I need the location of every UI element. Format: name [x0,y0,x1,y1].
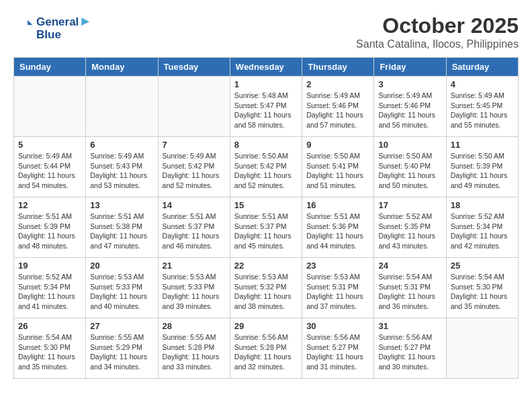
day-info: Sunrise: 5:50 AM Sunset: 5:40 PM Dayligh… [378,151,441,191]
day-cell: 27Sunrise: 5:55 AM Sunset: 5:29 PM Dayli… [86,318,158,379]
day-number: 11 [451,140,514,150]
day-number: 12 [18,200,81,210]
svg-rect-0 [13,17,34,38]
day-info: Sunrise: 5:55 AM Sunset: 5:28 PM Dayligh… [163,332,226,372]
day-number: 10 [378,140,441,150]
day-cell: 3Sunrise: 5:49 AM Sunset: 5:46 PM Daylig… [374,77,446,137]
header-day-thursday: Thursday [302,58,374,77]
day-number: 3 [378,79,441,89]
header-day-friday: Friday [374,58,446,77]
logo-icon [13,17,34,38]
day-cell: 5Sunrise: 5:49 AM Sunset: 5:44 PM Daylig… [14,137,86,197]
day-info: Sunrise: 5:52 AM Sunset: 5:35 PM Dayligh… [378,212,441,251]
day-number: 30 [306,321,369,331]
location-title: Santa Catalina, Ilocos, Philippines [356,38,519,50]
day-cell: 16Sunrise: 5:51 AM Sunset: 5:36 PM Dayli… [302,197,374,258]
day-cell: 20Sunrise: 5:53 AM Sunset: 5:33 PM Dayli… [86,258,158,318]
day-info: Sunrise: 5:53 AM Sunset: 5:33 PM Dayligh… [90,272,153,312]
day-number: 22 [234,261,298,271]
day-info: Sunrise: 5:51 AM Sunset: 5:38 PM Dayligh… [90,212,153,251]
week-row-3: 19Sunrise: 5:52 AM Sunset: 5:34 PM Dayli… [14,258,519,318]
day-cell: 6Sunrise: 5:49 AM Sunset: 5:43 PM Daylig… [86,137,158,197]
logo-general: General [36,15,79,28]
day-cell [86,77,158,137]
day-cell: 28Sunrise: 5:55 AM Sunset: 5:28 PM Dayli… [158,318,230,379]
svg-marker-1 [28,19,33,25]
day-cell: 31Sunrise: 5:56 AM Sunset: 5:27 PM Dayli… [374,318,446,379]
day-cell: 11Sunrise: 5:50 AM Sunset: 5:39 PM Dayli… [446,137,518,197]
day-cell [158,77,230,137]
day-info: Sunrise: 5:54 AM Sunset: 5:30 PM Dayligh… [18,332,81,372]
header: General► Blue October 2025 Santa Catalin… [13,13,519,50]
day-number: 1 [234,79,298,89]
day-cell: 18Sunrise: 5:52 AM Sunset: 5:34 PM Dayli… [446,197,518,258]
day-cell [446,318,518,379]
day-info: Sunrise: 5:55 AM Sunset: 5:29 PM Dayligh… [90,332,153,372]
day-info: Sunrise: 5:49 AM Sunset: 5:46 PM Dayligh… [306,91,369,130]
day-cell: 17Sunrise: 5:52 AM Sunset: 5:35 PM Dayli… [374,197,446,258]
day-number: 8 [234,140,298,150]
day-number: 7 [163,140,226,150]
day-cell: 15Sunrise: 5:51 AM Sunset: 5:37 PM Dayli… [230,197,302,258]
week-row-0: 1Sunrise: 5:48 AM Sunset: 5:47 PM Daylig… [14,77,519,137]
day-cell: 29Sunrise: 5:56 AM Sunset: 5:28 PM Dayli… [230,318,302,379]
day-number: 27 [90,321,153,331]
day-info: Sunrise: 5:50 AM Sunset: 5:42 PM Dayligh… [234,151,298,191]
day-number: 13 [90,200,153,210]
day-number: 24 [378,261,441,271]
day-number: 23 [306,261,369,271]
day-info: Sunrise: 5:49 AM Sunset: 5:42 PM Dayligh… [163,151,226,191]
header-day-saturday: Saturday [446,58,518,77]
day-number: 21 [163,261,226,271]
day-cell: 7Sunrise: 5:49 AM Sunset: 5:42 PM Daylig… [158,137,230,197]
header-day-sunday: Sunday [14,58,86,77]
day-number: 2 [306,79,369,89]
day-info: Sunrise: 5:54 AM Sunset: 5:31 PM Dayligh… [378,272,441,312]
day-info: Sunrise: 5:51 AM Sunset: 5:39 PM Dayligh… [18,212,81,251]
day-cell: 1Sunrise: 5:48 AM Sunset: 5:47 PM Daylig… [230,77,302,137]
day-number: 28 [163,321,226,331]
day-info: Sunrise: 5:48 AM Sunset: 5:47 PM Dayligh… [234,91,298,130]
day-info: Sunrise: 5:53 AM Sunset: 5:32 PM Dayligh… [234,272,298,312]
day-number: 29 [234,321,298,331]
day-number: 31 [378,321,441,331]
logo-text: General► Blue [36,13,92,41]
day-info: Sunrise: 5:51 AM Sunset: 5:37 PM Dayligh… [234,212,298,251]
day-number: 6 [90,140,153,150]
logo: General► Blue [13,13,92,41]
day-info: Sunrise: 5:49 AM Sunset: 5:45 PM Dayligh… [451,91,514,130]
day-info: Sunrise: 5:51 AM Sunset: 5:36 PM Dayligh… [306,212,369,251]
day-cell: 19Sunrise: 5:52 AM Sunset: 5:34 PM Dayli… [14,258,86,318]
day-number: 16 [306,200,369,210]
day-cell [14,77,86,137]
day-info: Sunrise: 5:53 AM Sunset: 5:33 PM Dayligh… [163,272,226,312]
header-day-wednesday: Wednesday [230,58,302,77]
day-number: 18 [451,200,514,210]
day-info: Sunrise: 5:49 AM Sunset: 5:43 PM Dayligh… [90,151,153,191]
day-info: Sunrise: 5:53 AM Sunset: 5:31 PM Dayligh… [306,272,369,312]
logo-blue: Blue [36,29,92,42]
day-cell: 23Sunrise: 5:53 AM Sunset: 5:31 PM Dayli… [302,258,374,318]
calendar-header-row: SundayMondayTuesdayWednesdayThursdayFrid… [14,58,519,77]
day-info: Sunrise: 5:56 AM Sunset: 5:28 PM Dayligh… [234,332,298,372]
day-cell: 24Sunrise: 5:54 AM Sunset: 5:31 PM Dayli… [374,258,446,318]
day-info: Sunrise: 5:56 AM Sunset: 5:27 PM Dayligh… [306,332,369,372]
day-cell: 9Sunrise: 5:50 AM Sunset: 5:41 PM Daylig… [302,137,374,197]
month-title: October 2025 [356,13,519,38]
day-number: 15 [234,200,298,210]
day-cell: 12Sunrise: 5:51 AM Sunset: 5:39 PM Dayli… [14,197,86,258]
header-day-tuesday: Tuesday [158,58,230,77]
svg-rect-2 [15,18,27,36]
day-info: Sunrise: 5:51 AM Sunset: 5:37 PM Dayligh… [163,212,226,251]
day-number: 26 [18,321,81,331]
day-cell: 30Sunrise: 5:56 AM Sunset: 5:27 PM Dayli… [302,318,374,379]
week-row-4: 26Sunrise: 5:54 AM Sunset: 5:30 PM Dayli… [14,318,519,379]
day-cell: 21Sunrise: 5:53 AM Sunset: 5:33 PM Dayli… [158,258,230,318]
day-info: Sunrise: 5:56 AM Sunset: 5:27 PM Dayligh… [378,332,441,372]
calendar: SundayMondayTuesdayWednesdayThursdayFrid… [13,57,519,379]
day-info: Sunrise: 5:52 AM Sunset: 5:34 PM Dayligh… [451,212,514,251]
day-info: Sunrise: 5:50 AM Sunset: 5:41 PM Dayligh… [306,151,369,191]
day-info: Sunrise: 5:54 AM Sunset: 5:30 PM Dayligh… [451,272,514,312]
day-number: 4 [451,79,514,89]
header-day-monday: Monday [86,58,158,77]
